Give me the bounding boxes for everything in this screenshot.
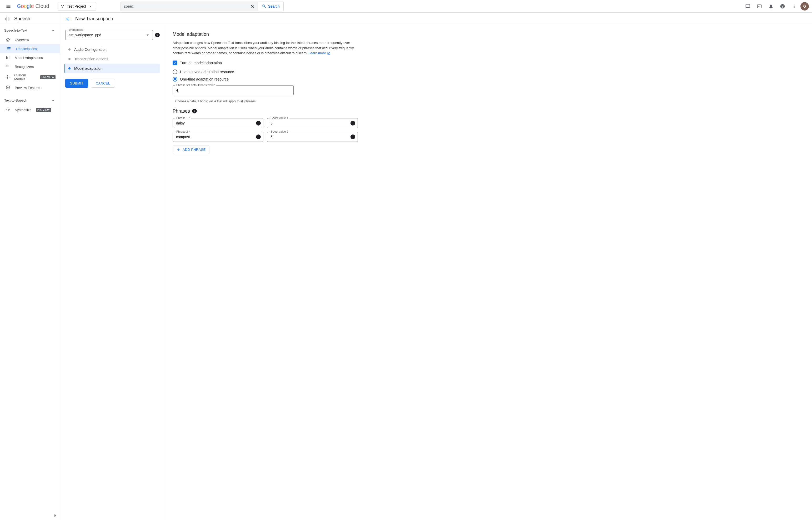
phrase-input[interactable] — [176, 135, 254, 139]
svg-point-20 — [6, 77, 6, 78]
content: New Transcription Workspace sst_workspac… — [60, 12, 812, 520]
toggle-adaptation-checkbox[interactable] — [173, 60, 177, 65]
content-header: New Transcription — [60, 12, 812, 25]
svg-rect-25 — [8, 109, 9, 111]
phrases-help-icon[interactable]: ? — [192, 109, 197, 113]
svg-point-19 — [7, 78, 8, 79]
boost-value-input[interactable] — [270, 135, 348, 139]
toggle-adaptation-row[interactable]: Turn on model adaptation — [173, 60, 358, 65]
adaptation-description: Adaptation changes how Speech-to-Text tr… — [173, 40, 358, 56]
step-audio-configuration[interactable]: Audio Configuration — [65, 45, 160, 54]
more-button[interactable] — [789, 1, 800, 11]
svg-rect-8 — [6, 56, 7, 59]
chat-icon-button[interactable] — [742, 1, 753, 11]
google-cloud-logo[interactable]: Google Cloud — [17, 3, 49, 9]
search-input[interactable] — [124, 4, 250, 8]
more-vert-icon — [791, 4, 797, 9]
boost-help-icon[interactable]: ? — [350, 134, 355, 139]
step-model-adaptation[interactable]: Model adaptation — [64, 64, 160, 73]
svg-rect-7 — [9, 18, 9, 20]
sidebar-item-overview[interactable]: Overview — [0, 35, 60, 44]
svg-rect-14 — [8, 65, 9, 66]
sidebar-collapse-button[interactable] — [53, 513, 58, 518]
search-box[interactable] — [121, 2, 258, 11]
hamburger-menu-button[interactable] — [3, 1, 14, 11]
radio-saved-resource[interactable]: Use a saved adaptation resource — [173, 70, 358, 74]
workspace-help-icon[interactable]: ? — [155, 33, 160, 37]
step-transcription-options[interactable]: Transcription options — [65, 54, 160, 64]
boost-hint: Choose a default boost value that will a… — [175, 100, 358, 103]
svg-rect-13 — [6, 67, 7, 67]
phrases-heading: Phrases ? — [173, 108, 358, 114]
wave-icon — [5, 107, 10, 112]
project-picker[interactable]: Test Project — [57, 2, 96, 10]
preview-badge: PREVIEW — [40, 75, 55, 79]
topbar-right: G — [742, 1, 809, 11]
sidebar-item-model-adaptations[interactable]: Model Adaptations — [0, 53, 60, 62]
radio-icon — [173, 77, 177, 82]
boost-help-icon[interactable]: ? — [350, 121, 355, 126]
radio-onetime-resource[interactable]: One-time adaptation resource — [173, 77, 358, 82]
search-button[interactable]: Search — [258, 2, 284, 11]
sidebar-item-transcriptions[interactable]: Transcriptions — [0, 44, 60, 53]
workspace-label: Workspace — [68, 28, 84, 31]
cloud-shell-button[interactable] — [754, 1, 765, 11]
grid-icon — [5, 64, 10, 69]
learn-more-link[interactable]: Learn more — [308, 51, 330, 55]
nav-group-stt[interactable]: Speech-to-Text — [0, 25, 60, 35]
page-title: New Transcription — [75, 16, 113, 22]
svg-rect-6 — [8, 17, 8, 21]
workspace-select[interactable]: sst_workspace_ppd — [65, 30, 153, 40]
radio-icon — [173, 70, 177, 74]
boost-label: Phrase set default boost value — [175, 83, 216, 86]
chevron-up-icon — [51, 28, 55, 33]
boost-value-label: Boost value 1 — [270, 116, 289, 120]
svg-rect-9 — [8, 57, 8, 59]
collapse-icon — [53, 513, 58, 518]
phrase-input[interactable] — [176, 121, 254, 125]
sidebar-item-custom-models[interactable]: Custom Models PREVIEW — [0, 71, 60, 83]
phrase-label: Phrase 2 * — [175, 130, 191, 133]
bell-icon — [768, 4, 774, 9]
step-dot-icon — [69, 58, 71, 60]
nav-group-tts[interactable]: Text-to-Speech — [0, 95, 60, 105]
svg-point-1 — [63, 5, 64, 6]
cancel-button[interactable]: CANCEL — [91, 79, 115, 88]
boost-input-wrap — [173, 85, 294, 95]
notifications-button[interactable] — [766, 1, 776, 11]
plus-icon — [176, 148, 181, 152]
svg-rect-3 — [5, 18, 5, 20]
boost-value-label: Boost value 2 — [270, 130, 289, 133]
boost-input[interactable] — [176, 88, 284, 93]
chevron-down-icon — [88, 4, 93, 9]
model-icon — [5, 75, 10, 79]
sidebar-header: Speech — [0, 12, 60, 25]
phrase-label: Phrase 1 * — [175, 116, 191, 120]
svg-rect-26 — [9, 109, 10, 110]
back-button[interactable] — [65, 16, 71, 22]
user-avatar[interactable]: G — [801, 2, 809, 10]
svg-point-17 — [7, 77, 8, 78]
add-phrase-button[interactable]: ADD PHRASE — [173, 146, 209, 154]
external-link-icon — [327, 52, 331, 55]
submit-button[interactable]: SUBMIT — [65, 79, 88, 88]
sidebar-item-preview-features[interactable]: Preview Features — [0, 83, 60, 92]
svg-rect-15 — [8, 66, 9, 66]
svg-rect-12 — [6, 66, 7, 66]
svg-point-0 — [61, 5, 62, 6]
chat-icon — [745, 4, 751, 9]
help-icon — [780, 4, 785, 9]
main: Speech Speech-to-Text Overview Transcrip… — [0, 12, 812, 520]
list-icon — [6, 46, 11, 51]
help-button[interactable] — [777, 1, 788, 11]
phrase-help-icon[interactable]: ? — [256, 121, 261, 126]
sidebar-item-synthesize[interactable]: Synthesize PREVIEW — [0, 105, 60, 114]
phrase-help-icon[interactable]: ? — [256, 134, 261, 139]
sidebar-item-recognizers[interactable]: Recognizers — [0, 62, 60, 71]
svg-rect-24 — [8, 108, 8, 111]
close-icon[interactable] — [250, 4, 255, 9]
left-panel: Workspace sst_workspace_ppd ? Audio Conf… — [60, 25, 165, 520]
project-icon — [60, 4, 65, 8]
svg-rect-4 — [6, 17, 6, 21]
boost-value-input[interactable] — [270, 121, 348, 125]
